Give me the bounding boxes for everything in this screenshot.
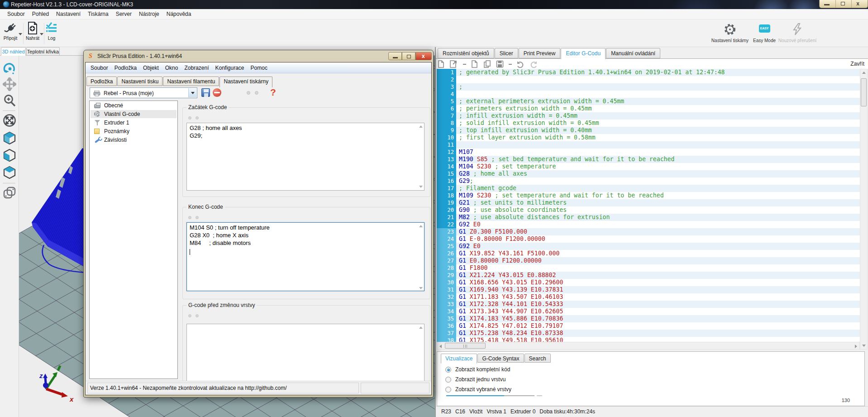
slic3r-menu-item[interactable]: Pomoc: [248, 62, 271, 73]
radio-option[interactable]: Zobrazit vybrané vrstvy: [455, 386, 511, 393]
menu-item[interactable]: Nástroje: [135, 9, 163, 19]
radio-option[interactable]: Zobrazit jednu vrstvu: [455, 376, 506, 383]
slic3r-menu-item[interactable]: Zobrazení: [181, 62, 212, 73]
iso-view-icon[interactable]: [3, 131, 16, 145]
slic3r-title-bar[interactable]: S Slic3r Prusa Edition - 1.40.1+win64: [84, 50, 433, 62]
close-editor-button[interactable]: Zavřít: [850, 61, 864, 67]
menu-item[interactable]: Soubor: [4, 9, 29, 19]
gcode-line[interactable]: 16G29;: [437, 177, 860, 185]
slic3r-tab[interactable]: Nastavení filamentu: [163, 77, 219, 86]
end-gcode-textarea[interactable]: M104 S0 ; turn off temperature G28 X0 ; …: [186, 222, 424, 291]
gcode-line[interactable]: 30G1 X168.656 Y43.015 E10.29600: [437, 279, 860, 286]
emergency-stop-button[interactable]: Nouzové přerušení: [777, 22, 817, 44]
gcode-line[interactable]: 12M107: [437, 149, 860, 156]
connect-dropdown[interactable]: [19, 33, 22, 35]
rotate-icon[interactable]: [3, 62, 16, 76]
gcode-line[interactable]: 8; solid infill extrusion width = 0.45mm: [437, 120, 860, 127]
gcode-line[interactable]: 28G1 F1800: [437, 264, 860, 272]
gcode-line[interactable]: 31G1 X169.940 Y43.139 E10.37831: [437, 286, 860, 293]
menu-item[interactable]: Server: [112, 9, 135, 19]
zoom-icon[interactable]: [3, 94, 16, 107]
settings-list-item[interactable]: Závislosti: [91, 136, 176, 144]
connect-button[interactable]: Připojit: [2, 21, 19, 41]
tab-3d-view[interactable]: 3D náhled: [1, 47, 26, 56]
gcode-line[interactable]: 26G1 X19.852 Y43.161 F5100.000: [437, 250, 860, 257]
gcode-line[interactable]: 34G1 X173.343 Y44.907 E10.62605: [437, 308, 860, 315]
open-file-icon[interactable]: [471, 60, 478, 68]
slic3r-menu-item[interactable]: Objekt: [140, 62, 162, 73]
gcode-line[interactable]: 32G1 X171.183 Y43.507 E10.46103: [437, 293, 860, 301]
delete-preset-icon[interactable]: [213, 88, 221, 97]
minimize-button[interactable]: [820, 0, 836, 8]
slic3r-minimize-button[interactable]: [388, 52, 402, 60]
gcode-line[interactable]: 2: [437, 76, 860, 83]
gcode-line[interactable]: 7; infill extrusion width = 0.45mm: [437, 112, 860, 120]
copy-icon[interactable]: [483, 60, 491, 68]
slic3r-menu-item[interactable]: Soubor: [87, 62, 111, 73]
slic3r-menu-item[interactable]: Konfigurace: [212, 62, 247, 73]
front-view-icon[interactable]: [3, 149, 16, 162]
upload-dropdown[interactable]: [40, 33, 43, 35]
gcode-line[interactable]: 3;: [437, 83, 860, 91]
settings-list-item[interactable]: Vlastní G-code: [91, 110, 176, 118]
gcode-line[interactable]: 1; generated by Slic3r Prusa Edition 1.4…: [437, 69, 860, 76]
menu-item[interactable]: Nápověda: [163, 9, 195, 19]
printer-settings-button[interactable]: Nastavení tiskárny: [707, 22, 753, 44]
right-panel-tab[interactable]: Manuální ovládání: [606, 48, 660, 58]
right-panel-tab[interactable]: Editor G-Codu: [561, 48, 606, 59]
bottom-tab[interactable]: G-Code Syntax: [477, 354, 524, 363]
settings-list-item[interactable]: Poznámky: [91, 127, 176, 135]
gcode-line[interactable]: 5; external perimeters extrusion width =…: [437, 98, 860, 105]
gcode-editor[interactable]: 1; generated by Slic3r Prusa Edition 1.4…: [437, 69, 860, 342]
gcode-line[interactable]: 10; first layer extrusion width = 0.58mm: [437, 134, 860, 141]
gcode-line[interactable]: 20G90 ; use absolute coordinates: [437, 206, 860, 214]
gcode-line[interactable]: 37G1 X175.238 Y48.234 E10.87338: [437, 330, 860, 337]
bottom-tab[interactable]: Search: [525, 354, 551, 363]
settings-list-item[interactable]: Extruder 1: [91, 119, 176, 127]
gcode-line[interactable]: 11: [437, 141, 860, 149]
right-panel-tab[interactable]: Slicer: [495, 48, 518, 58]
fit-view-icon[interactable]: [3, 114, 16, 127]
layer-gcode-textarea[interactable]: [186, 324, 424, 381]
easy-mode-button[interactable]: EASY Easy Mode: [753, 22, 776, 44]
gcode-line[interactable]: 4: [437, 91, 860, 98]
gcode-line[interactable]: 23G1 Z0.300 F5100.000: [437, 228, 860, 235]
gcode-line[interactable]: 29G1 X21.224 Y43.015 E0.88802: [437, 272, 860, 279]
slic3r-tab[interactable]: Nastavení tiskárny: [219, 77, 272, 87]
gcode-line[interactable]: 21M82 ; use absolute distances for extru…: [437, 214, 860, 221]
radio-option[interactable]: Zobrazit kompletní kód: [455, 366, 510, 374]
scroll-left-icon[interactable]: [439, 345, 442, 348]
gcode-line[interactable]: 14M104 S230 ; set temperature: [437, 163, 860, 170]
menu-item[interactable]: Nastavení: [52, 9, 84, 19]
settings-list-item[interactable]: Obecné: [91, 101, 176, 110]
gcode-line[interactable]: 33G1 X172.328 Y44.101 E10.54333: [437, 301, 860, 308]
slic3r-menu-item[interactable]: Okno: [162, 62, 181, 73]
upload-button[interactable]: Nahrát: [24, 21, 41, 41]
scroll-right-icon[interactable]: [855, 345, 857, 348]
undo-icon[interactable]: [516, 60, 525, 68]
save-icon[interactable]: [496, 60, 504, 68]
printer-preset-select[interactable]: Rebel - Prusa (moje): [90, 87, 197, 98]
gcode-line[interactable]: 19G21 ; set units to millimeters: [437, 199, 860, 206]
slic3r-tab[interactable]: Nastavení tisku: [117, 77, 162, 86]
start-gcode-textarea[interactable]: G28 ; home all axes G29;: [186, 123, 424, 191]
menu-item[interactable]: Pohled: [29, 9, 52, 19]
gcode-line[interactable]: 27G1 E0.80000 F1200.00000: [437, 257, 860, 264]
gcode-line[interactable]: 38G1 X175.418 Y49.518 E10.95610: [437, 337, 860, 342]
redo-icon[interactable]: [529, 60, 538, 68]
gcode-line[interactable]: 25G92 E0: [437, 243, 860, 250]
slic3r-tab[interactable]: Podložka: [86, 77, 117, 86]
save-preset-icon[interactable]: [201, 88, 210, 97]
restore-button[interactable]: [836, 0, 852, 8]
layer-slider[interactable]: [446, 395, 504, 396]
combo-dropdown-icon[interactable]: [188, 88, 196, 97]
gcode-line[interactable]: 15G28 ; home all axes: [437, 170, 860, 177]
slic3r-maximize-button[interactable]: [402, 52, 415, 60]
top-view-icon[interactable]: [3, 166, 16, 179]
save-dropdown[interactable]: [509, 64, 512, 65]
log-button[interactable]: Log: [43, 21, 60, 41]
gcode-line[interactable]: 36G1 X174.825 Y47.012 E10.79107: [437, 322, 860, 330]
export-dropdown[interactable]: [463, 64, 466, 65]
right-panel-tab[interactable]: Print Preview: [519, 48, 561, 58]
gcode-line[interactable]: 9; top infill extrusion width = 0.40mm: [437, 127, 860, 134]
